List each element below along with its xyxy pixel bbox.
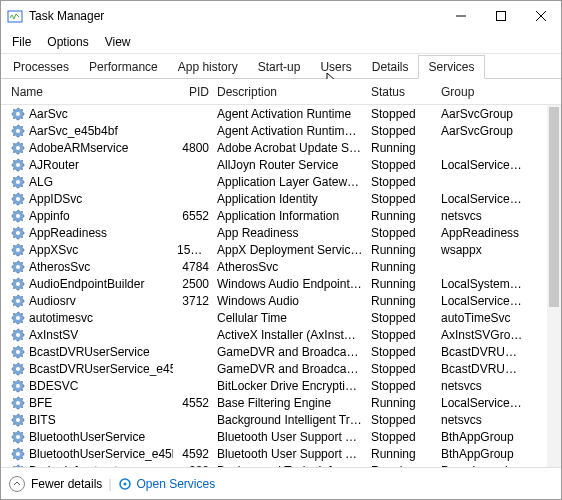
table-row[interactable]: AppReadinessApp ReadinessStoppedAppReadi…	[1, 224, 561, 241]
col-pid[interactable]: PID	[173, 80, 213, 104]
table-row[interactable]: AJRouterAllJoyn Router ServiceStoppedLoc…	[1, 156, 561, 173]
tab-details[interactable]: Details	[362, 55, 419, 79]
col-status[interactable]: Status	[367, 80, 437, 104]
window-controls	[441, 1, 561, 31]
tab-bar: Processes Performance App history Start-…	[1, 54, 561, 79]
table-row[interactable]: AarSvc_e45b4bfAgent Activation Runtime_e…	[1, 122, 561, 139]
table-row[interactable]: AarSvcAgent Activation RuntimeStoppedAar…	[1, 105, 561, 122]
gear-icon	[11, 124, 25, 138]
tab-app-history[interactable]: App history	[168, 55, 248, 79]
svg-point-16	[16, 299, 20, 303]
table-row[interactable]: BDESVCBitLocker Drive Encryption Service…	[1, 377, 561, 394]
tab-services[interactable]: Services	[418, 55, 484, 79]
tab-users[interactable]: Users	[310, 55, 361, 79]
service-status: Stopped	[367, 226, 437, 240]
gear-icon	[11, 294, 25, 308]
svg-point-10	[16, 197, 20, 201]
table-row[interactable]: AudioEndpointBuilder2500Windows Audio En…	[1, 275, 561, 292]
svg-point-25	[16, 452, 20, 456]
table-row[interactable]: AppIDSvcApplication IdentityStoppedLocal…	[1, 190, 561, 207]
service-description: ActiveX Installer (AxInstSV)	[213, 328, 367, 342]
service-description: Application Identity	[213, 192, 367, 206]
service-status: Running	[367, 243, 437, 257]
service-group: BcastDVRUser...	[437, 362, 527, 376]
scrollbar-thumb[interactable]	[549, 107, 559, 307]
table-row[interactable]: BrokerInfrastructure288Background Tasks …	[1, 462, 561, 467]
col-name[interactable]: Name	[7, 80, 173, 104]
service-status: Stopped	[367, 158, 437, 172]
service-name: BluetoothUserService_e45b...	[29, 447, 173, 461]
svg-point-17	[16, 316, 20, 320]
services-grid[interactable]: Name PID Description Status Group AarSvc…	[1, 79, 561, 467]
service-description: AppX Deployment Service (AppXSVC)	[213, 243, 367, 257]
service-pid: 4552	[173, 396, 213, 410]
gear-icon	[11, 277, 25, 291]
svg-point-14	[16, 265, 20, 269]
chevron-up-icon[interactable]	[9, 476, 25, 492]
gear-icon	[11, 430, 25, 444]
service-group: netsvcs	[437, 209, 527, 223]
service-description: Base Filtering Engine	[213, 396, 367, 410]
service-name: AarSvc_e45b4bf	[29, 124, 118, 138]
service-status: Stopped	[367, 379, 437, 393]
service-description: BitLocker Drive Encryption Service	[213, 379, 367, 393]
close-button[interactable]	[521, 1, 561, 31]
tab-performance[interactable]: Performance	[79, 55, 168, 79]
gear-icon	[11, 413, 25, 427]
menu-file[interactable]: File	[5, 32, 38, 52]
table-row[interactable]: BcastDVRUserServiceGameDVR and Broadcast…	[1, 343, 561, 360]
svg-point-9	[16, 180, 20, 184]
service-status: Stopped	[367, 362, 437, 376]
service-name: AppIDSvc	[29, 192, 82, 206]
gear-icon	[11, 396, 25, 410]
table-row[interactable]: AdobeARMservice4800Adobe Acrobat Update …	[1, 139, 561, 156]
table-row[interactable]: BFE4552Base Filtering EngineRunningLocal…	[1, 394, 561, 411]
table-row[interactable]: BITSBackground Intelligent Transfer Serv…	[1, 411, 561, 428]
col-description[interactable]: Description	[213, 80, 367, 104]
table-row[interactable]: BluetoothUserServiceBluetooth User Suppo…	[1, 428, 561, 445]
tab-start-up[interactable]: Start-up	[248, 55, 311, 79]
open-services-link[interactable]: Open Services	[118, 477, 216, 491]
table-row[interactable]: Appinfo6552Application InformationRunnin…	[1, 207, 561, 224]
service-status: Stopped	[367, 107, 437, 121]
gear-icon	[11, 311, 25, 325]
svg-point-6	[16, 129, 20, 133]
vertical-scrollbar[interactable]	[547, 105, 561, 467]
tab-processes[interactable]: Processes	[3, 55, 79, 79]
service-status: Stopped	[367, 124, 437, 138]
service-description: Adobe Acrobat Update Service	[213, 141, 367, 155]
gear-icon	[11, 260, 25, 274]
maximize-button[interactable]	[481, 1, 521, 31]
gear-icon	[11, 175, 25, 189]
col-group[interactable]: Group	[437, 80, 527, 104]
fewer-details-link[interactable]: Fewer details	[31, 477, 102, 491]
table-row[interactable]: BluetoothUserService_e45b...4592Bluetoot…	[1, 445, 561, 462]
titlebar: Task Manager	[1, 1, 561, 31]
service-name: AJRouter	[29, 158, 79, 172]
service-status: Stopped	[367, 345, 437, 359]
service-description: Application Layer Gateway Service	[213, 175, 367, 189]
service-status: Stopped	[367, 430, 437, 444]
service-pid: 4800	[173, 141, 213, 155]
service-description: Bluetooth User Support Service_e45b...	[213, 447, 367, 461]
table-row[interactable]: autotimesvcCellular TimeStoppedautoTimeS…	[1, 309, 561, 326]
menubar: File Options View	[1, 31, 561, 54]
table-row[interactable]: AppXSvc15504AppX Deployment Service (App…	[1, 241, 561, 258]
gear-icon	[11, 192, 25, 206]
table-row[interactable]: BcastDVRUserService_e45b...GameDVR and B…	[1, 360, 561, 377]
menu-options[interactable]: Options	[40, 32, 95, 52]
minimize-button[interactable]	[441, 1, 481, 31]
service-group: BthAppGroup	[437, 447, 527, 461]
service-name: autotimesvc	[29, 311, 93, 325]
table-row[interactable]: ALGApplication Layer Gateway ServiceStop…	[1, 173, 561, 190]
service-name: Audiosrv	[29, 294, 76, 308]
menu-view[interactable]: View	[98, 32, 138, 52]
service-status: Stopped	[367, 413, 437, 427]
table-row[interactable]: AxInstSVActiveX Installer (AxInstSV)Stop…	[1, 326, 561, 343]
service-name: ALG	[29, 175, 53, 189]
service-name: BDESVC	[29, 379, 78, 393]
table-row[interactable]: AtherosSvc4784AtherosSvcRunning	[1, 258, 561, 275]
table-row[interactable]: Audiosrv3712Windows AudioRunningLocalSer…	[1, 292, 561, 309]
service-name: AppReadiness	[29, 226, 107, 240]
service-name: AarSvc	[29, 107, 68, 121]
